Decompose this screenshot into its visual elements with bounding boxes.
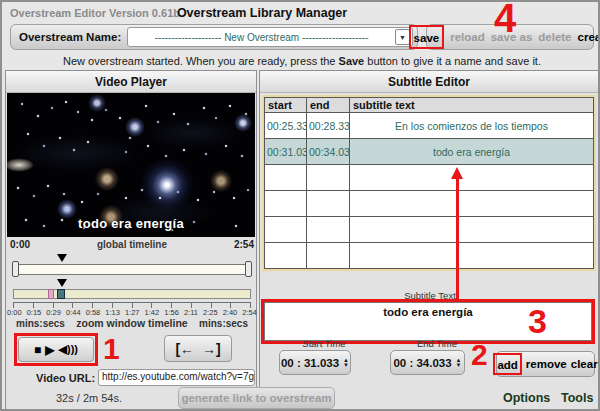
subtitle-table: start end subtitle text 00:25.339 00:28.… (262, 95, 596, 271)
annotation-number-3: 3 (528, 304, 547, 338)
timeline-tick-labels: 0:000:150:290:440:581:131:271:421:562:11… (7, 308, 257, 317)
subtitle-row-2-selected[interactable]: 00:31.033 00:34.033 todo era energía (265, 139, 594, 165)
video-url-input[interactable]: http://es.youtube.com/watch?v=7gLcxafJjf (98, 369, 255, 386)
empty-row[interactable] (265, 243, 594, 269)
global-range-handle-left[interactable] (12, 261, 19, 277)
add-button-highlight-box: add (493, 353, 521, 375)
start-time-stepper[interactable]: 00 : 31.033 ▲ ▼ (279, 350, 351, 375)
global-timeline-track[interactable] (13, 264, 251, 275)
end-time-spin-arrows[interactable]: ▲ ▼ (456, 358, 462, 368)
empty-row[interactable] (265, 165, 594, 191)
annotation-number-2: 2 (471, 340, 488, 370)
zoom-playhead-marker[interactable] (57, 279, 67, 287)
status-text-before: New overstream started. When you are rea… (63, 55, 339, 67)
reload-button[interactable]: reload (450, 31, 485, 43)
annotation-arrow-line (456, 178, 459, 299)
generate-link-button[interactable]: generate link to overstream (178, 387, 335, 409)
global-playhead-marker[interactable] (57, 254, 67, 262)
global-range-handle-right[interactable] (245, 261, 252, 277)
column-header-end: end (307, 98, 350, 113)
tick-label: 0:58 (86, 308, 101, 317)
empty-row[interactable] (265, 191, 594, 217)
video-display[interactable]: todo era energía (7, 93, 255, 237)
global-timeline-label: global timeline (97, 239, 167, 250)
status-text-after: button to give it a name and save it. (364, 55, 541, 67)
volume-icon[interactable]: ◀))) (59, 343, 78, 356)
video-player-panel: Video Player todo era energía 0:00 globa… (5, 70, 257, 410)
row-action-buttons-bar: add remove clear (496, 351, 595, 377)
overstream-name-bar: Overstream Name: -------------------- Ne… (10, 24, 418, 50)
end-time-stepper[interactable]: 00 : 34.033 ▲ ▼ (390, 350, 465, 375)
save-button[interactable]: save (414, 32, 440, 44)
tick-label: 0:44 (66, 308, 81, 317)
column-header-subtitle-text: subtitle text (350, 98, 594, 113)
zoom-window-label-row: mins:secs zoom window timeline mins:secs (16, 317, 248, 329)
tick-label: 0:29 (46, 308, 61, 317)
global-timeline-info-row: 0:00 global timeline 2:54 (10, 239, 254, 250)
subtitle-editor-title: Subtitle Editor (260, 71, 598, 93)
subtitle-segment-1[interactable] (48, 289, 54, 299)
annotation-number-1: 1 (103, 334, 120, 364)
row1-text: En los comienzos de los tiempos (350, 113, 594, 139)
row1-end: 00:28.339 (307, 113, 350, 139)
tick-label: 1:42 (145, 308, 160, 317)
status-text-save-word: Save (339, 55, 365, 67)
jump-to-subtitle-button[interactable]: [← →] (164, 335, 232, 362)
video-url-label: Video URL: (36, 372, 95, 384)
stop-icon[interactable]: ■ (34, 343, 41, 357)
row2-start: 00:31.033 (265, 139, 307, 165)
row2-text: todo era energía (350, 139, 594, 165)
jump-arrows-icon: [← →] (175, 341, 220, 357)
spinner-down-icon[interactable]: ▼ (343, 363, 349, 368)
create-button[interactable]: create (578, 31, 600, 43)
status-message: New overstream started. When you are rea… (2, 55, 600, 67)
mins-secs-left-label: mins:secs (16, 318, 65, 329)
start-time-label: Start Time (278, 338, 370, 349)
overstream-name-label: Overstream Name: (11, 31, 127, 43)
subtitle-editor-panel: Subtitle Editor start end subtitle text … (259, 70, 599, 410)
end-time-value: 00 : 34.033 (393, 357, 451, 369)
subtitle-segment-2-selected[interactable] (57, 289, 65, 299)
mins-secs-right-label: mins:secs (199, 318, 248, 329)
play-icon[interactable]: ▶ (45, 343, 54, 357)
tick-label: 1:13 (105, 308, 120, 317)
empty-row[interactable] (265, 217, 594, 243)
video-player-title: Video Player (6, 71, 256, 93)
delete-button[interactable]: delete (538, 31, 571, 43)
start-time-value: 00 : 31.033 (281, 357, 339, 369)
options-link[interactable]: Options (503, 391, 550, 405)
overstream-name-value: -------------------- New Overstream ----… (128, 32, 395, 43)
tick-label: 2:40 (223, 308, 238, 317)
clear-button[interactable]: clear (571, 358, 598, 370)
playback-position-text: 32s / 2m 54s. (56, 392, 122, 404)
save-button-highlight-box: save (409, 25, 445, 49)
global-start-time: 0:00 (10, 239, 30, 250)
tick-label: 1:56 (164, 308, 179, 317)
chevron-down-icon: ▼ (399, 34, 406, 41)
overstream-editor-window: Overstream Editor Version 0.61b Overstre… (0, 0, 600, 411)
tick-label: 1:27 (125, 308, 140, 317)
global-end-time: 2:54 (234, 239, 254, 250)
annotation-arrow-head (451, 167, 463, 179)
playback-controls[interactable]: ■ ▶ ◀))) (18, 337, 94, 362)
subtitle-row-1[interactable]: 00:25.339 00:28.339 En los comienzos de … (265, 113, 594, 139)
start-time-spin-arrows[interactable]: ▲ ▼ (343, 358, 349, 368)
tick-label: 2:11 (184, 308, 198, 317)
zoom-window-timeline-bar[interactable] (13, 289, 251, 299)
remove-button[interactable]: remove (526, 358, 567, 370)
playback-controls-highlight-box: ■ ▶ ◀))) (14, 333, 98, 366)
annotation-number-4: 4 (494, 0, 516, 38)
column-header-start: start (265, 98, 307, 113)
zoom-window-timeline-label: zoom window timeline (76, 317, 187, 329)
tick-label: 0:00 (7, 308, 22, 317)
tools-link[interactable]: Tools (561, 391, 593, 405)
tick-label: 2:54 (242, 308, 257, 317)
overstream-name-dropdown[interactable]: -------------------- New Overstream ----… (127, 27, 413, 47)
tick-label: 0:15 (27, 308, 42, 317)
table-header-row: start end subtitle text (265, 98, 594, 113)
video-subtitle-overlay: todo era energía (7, 216, 255, 231)
add-button[interactable]: add (497, 359, 517, 371)
library-manager-title: Overstream Library Manager (122, 6, 402, 20)
tick-label: 2:25 (203, 308, 218, 317)
spinner-down-icon[interactable]: ▼ (456, 363, 462, 368)
